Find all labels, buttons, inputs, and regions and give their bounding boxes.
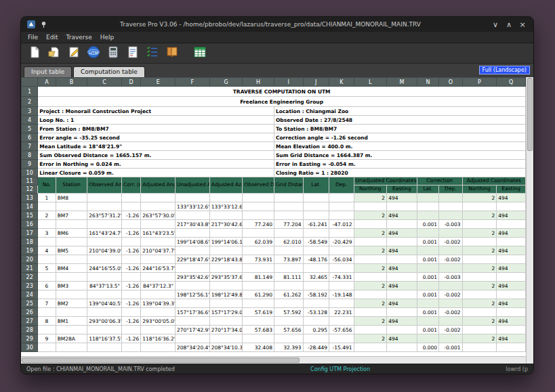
cell[interactable]: Mean Elevation = 400.0 m. bbox=[274, 142, 525, 151]
cell[interactable] bbox=[303, 282, 329, 290]
column-header[interactable]: A bbox=[38, 78, 56, 87]
cell[interactable]: 139°04'40.5" bbox=[87, 299, 122, 308]
cell[interactable] bbox=[56, 343, 87, 352]
cell[interactable]: 198°12'56.1" bbox=[176, 290, 210, 299]
column-header[interactable]: L bbox=[354, 78, 387, 87]
column-header[interactable]: F bbox=[176, 78, 210, 87]
cell[interactable]: 494 bbox=[387, 194, 417, 202]
cell[interactable]: -1.26 bbox=[121, 211, 140, 220]
cell[interactable]: 1 bbox=[38, 194, 56, 202]
cell[interactable]: 494 bbox=[497, 299, 526, 308]
cell[interactable] bbox=[387, 343, 417, 352]
cell[interactable] bbox=[462, 255, 497, 264]
cell[interactable] bbox=[209, 211, 243, 220]
cell[interactable] bbox=[209, 282, 243, 290]
cell[interactable]: 244°16'53.7" bbox=[141, 264, 176, 273]
cell[interactable] bbox=[462, 326, 497, 334]
cell[interactable] bbox=[387, 273, 417, 282]
row-header[interactable]: 21 bbox=[22, 264, 38, 273]
cell[interactable] bbox=[439, 211, 462, 220]
table-header-cell[interactable]: Unadjusted Coordinates bbox=[354, 177, 417, 186]
cell[interactable] bbox=[329, 334, 354, 343]
cell[interactable] bbox=[274, 299, 303, 308]
cell[interactable]: BM2 bbox=[56, 299, 87, 308]
cell[interactable]: 494 bbox=[387, 334, 417, 343]
cell[interactable]: 494 bbox=[497, 264, 526, 273]
cell[interactable] bbox=[87, 308, 122, 317]
cell[interactable] bbox=[243, 264, 274, 273]
cell[interactable]: -15.491 bbox=[329, 343, 354, 352]
edit-button[interactable] bbox=[66, 45, 82, 62]
cell[interactable] bbox=[462, 290, 497, 299]
cell[interactable]: 7 bbox=[38, 299, 56, 308]
cell[interactable] bbox=[56, 202, 87, 211]
cell[interactable] bbox=[87, 238, 122, 246]
cell[interactable]: -1.26 bbox=[121, 334, 140, 343]
cell[interactable] bbox=[497, 308, 526, 317]
column-header[interactable]: N bbox=[417, 78, 438, 87]
table-header-cell[interactable]: Corr. (sec.) bbox=[121, 177, 140, 194]
cell[interactable] bbox=[462, 308, 497, 317]
export-table-button[interactable] bbox=[192, 45, 208, 62]
cell[interactable]: 77.204 bbox=[274, 220, 303, 229]
cell[interactable] bbox=[303, 264, 329, 273]
minimize-button[interactable]: ∨ bbox=[490, 20, 501, 29]
column-header[interactable]: M bbox=[387, 78, 417, 87]
cell[interactable] bbox=[209, 246, 243, 255]
cell[interactable]: BM1 bbox=[56, 317, 87, 326]
cell[interactable]: 133°33'12.6" bbox=[209, 202, 243, 211]
menu-help[interactable]: Help bbox=[100, 34, 115, 41]
cell[interactable]: 84°37'13.5" bbox=[87, 282, 122, 290]
cell[interactable]: 161°43'23.5" bbox=[141, 229, 176, 238]
cell[interactable]: Sum Grid Distance = 1664.387 m. bbox=[274, 151, 525, 160]
row-header[interactable]: 26 bbox=[22, 308, 38, 317]
cell[interactable] bbox=[56, 255, 87, 264]
cell[interactable]: 57.619 bbox=[243, 308, 274, 317]
row-header[interactable]: 9 bbox=[22, 160, 38, 169]
cell[interactable]: 22.231 bbox=[329, 308, 354, 317]
cell[interactable] bbox=[121, 308, 140, 317]
cell[interactable] bbox=[497, 290, 526, 299]
column-header[interactable]: P bbox=[462, 78, 497, 87]
cell[interactable] bbox=[329, 202, 354, 211]
cell[interactable]: 494 bbox=[387, 299, 417, 308]
cell[interactable] bbox=[176, 282, 210, 290]
tab-computation-table[interactable]: Computation table bbox=[73, 66, 145, 77]
cell[interactable]: -0.003 bbox=[439, 220, 462, 229]
table-header-cell[interactable]: Easting bbox=[497, 186, 526, 194]
cell[interactable]: 77.240 bbox=[243, 220, 274, 229]
cell[interactable] bbox=[329, 317, 354, 326]
cell[interactable]: 2 bbox=[462, 334, 497, 343]
cell[interactable]: -1.26 bbox=[121, 246, 140, 255]
cell[interactable]: 2 bbox=[354, 334, 387, 343]
cell[interactable]: 494 bbox=[387, 264, 417, 273]
cell[interactable]: 139°04'39.3" bbox=[141, 299, 176, 308]
cell[interactable] bbox=[387, 326, 417, 334]
cell[interactable] bbox=[303, 246, 329, 255]
cell[interactable] bbox=[141, 290, 176, 299]
cell[interactable]: 0.000 bbox=[417, 343, 438, 352]
cell[interactable]: 2 bbox=[354, 194, 387, 202]
menu-traverse[interactable]: Traverse bbox=[66, 34, 92, 41]
row-header[interactable]: 6 bbox=[22, 133, 38, 142]
row-header[interactable]: 5 bbox=[22, 125, 38, 133]
cell[interactable] bbox=[417, 194, 438, 202]
cell[interactable]: -1.26 bbox=[121, 229, 140, 238]
table-header-cell[interactable]: Lat. bbox=[303, 177, 329, 194]
cell[interactable]: 9 bbox=[38, 334, 56, 343]
row-header[interactable]: 25 bbox=[22, 299, 38, 308]
vertical-scrollbar-thumb[interactable] bbox=[527, 78, 533, 151]
cell[interactable]: -58.549 bbox=[303, 238, 329, 246]
cell[interactable]: 229°18'47.6" bbox=[176, 255, 210, 264]
cell[interactable]: 57.592 bbox=[274, 308, 303, 317]
cell[interactable] bbox=[56, 273, 87, 282]
cell[interactable]: -0.002 bbox=[439, 290, 462, 299]
cell[interactable] bbox=[87, 194, 122, 202]
table-header-cell[interactable]: Dep. bbox=[439, 186, 462, 194]
cell[interactable] bbox=[274, 282, 303, 290]
cell[interactable] bbox=[329, 211, 354, 220]
table-header-cell[interactable]: Adjusted Angle bbox=[141, 177, 176, 194]
cell[interactable] bbox=[439, 282, 462, 290]
cell[interactable] bbox=[274, 317, 303, 326]
cell[interactable]: 32.465 bbox=[303, 273, 329, 282]
